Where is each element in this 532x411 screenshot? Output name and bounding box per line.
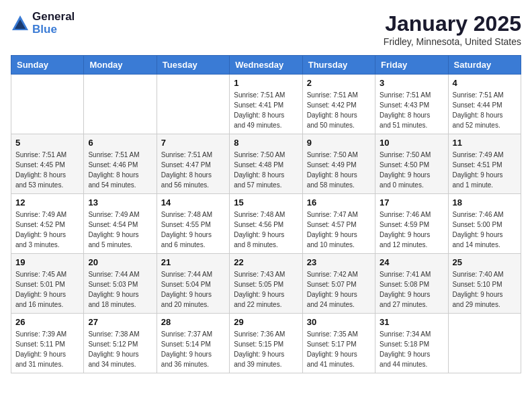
day-info-line: Daylight: 9 hours [453,231,503,238]
day-info-line: Sunrise: 7:43 AM [234,271,285,278]
day-info-line: Sunset: 5:05 PM [234,281,283,288]
table-row: 10Sunrise: 7:50 AMSunset: 4:50 PMDayligh… [375,134,448,194]
day-info-line: Daylight: 9 hours [307,351,357,358]
calendar-week-row: 26Sunrise: 7:39 AMSunset: 5:11 PMDayligh… [11,314,521,373]
day-number: 23 [307,257,371,267]
day-info-line: and 22 minutes. [234,301,281,308]
day-info-line: Sunrise: 7:49 AM [15,211,66,218]
table-row: 20Sunrise: 7:44 AMSunset: 5:03 PMDayligh… [84,254,157,314]
day-info-line: Sunrise: 7:50 AM [380,151,431,158]
day-info-line: Sunrise: 7:49 AM [453,151,504,158]
day-number: 27 [88,317,152,327]
day-info: Sunrise: 7:46 AMSunset: 5:00 PMDaylight:… [453,210,517,250]
month-title: January 2025 [384,11,521,36]
day-number: 17 [380,197,443,208]
day-info: Sunrise: 7:50 AMSunset: 4:48 PMDaylight:… [234,150,298,190]
day-info: Sunrise: 7:49 AMSunset: 4:51 PMDaylight:… [453,150,517,190]
day-info-line: Daylight: 8 hours [161,171,212,179]
table-row: 1Sunrise: 7:51 AMSunset: 4:41 PMDaylight… [230,75,302,134]
day-info-line: and 31 minutes. [15,361,63,368]
day-info: Sunrise: 7:47 AMSunset: 4:57 PMDaylight:… [307,210,371,250]
table-row: 15Sunrise: 7:48 AMSunset: 4:56 PMDayligh… [230,194,302,254]
table-row: 2Sunrise: 7:51 AMSunset: 4:42 PMDaylight… [302,75,375,134]
day-info: Sunrise: 7:50 AMSunset: 4:50 PMDaylight:… [380,150,443,190]
table-row [11,75,84,134]
day-info-line: Daylight: 9 hours [88,231,138,238]
day-info-line: Daylight: 9 hours [453,291,503,298]
day-info-line: Sunset: 5:04 PM [161,281,211,288]
calendar-week-row: 5Sunrise: 7:51 AMSunset: 4:45 PMDaylight… [11,134,521,194]
day-number: 25 [453,257,517,267]
day-info-line: Daylight: 8 hours [307,171,357,179]
day-info-line: Sunrise: 7:49 AM [88,211,139,218]
day-info-line: Sunrise: 7:37 AM [161,330,212,338]
location: Fridley, Minnesota, United States [384,36,521,47]
day-info-line: Daylight: 9 hours [15,231,66,238]
day-info-line: and 44 minutes. [380,361,427,368]
day-info: Sunrise: 7:51 AMSunset: 4:41 PMDaylight:… [234,90,298,130]
day-number: 3 [380,78,443,88]
day-info-line: Sunrise: 7:38 AM [88,330,139,338]
logo: General Blue [11,11,75,36]
day-info-line: Sunrise: 7:51 AM [161,151,212,158]
day-number: 13 [88,197,152,208]
day-info: Sunrise: 7:46 AMSunset: 4:59 PMDaylight:… [380,210,443,250]
day-info: Sunrise: 7:48 AMSunset: 4:55 PMDaylight:… [161,210,225,250]
table-row: 28Sunrise: 7:37 AMSunset: 5:14 PMDayligh… [157,314,229,373]
table-row: 4Sunrise: 7:51 AMSunset: 4:44 PMDaylight… [448,75,521,134]
day-info-line: Daylight: 9 hours [15,351,66,358]
day-info-line: Daylight: 8 hours [234,171,284,179]
day-info-line: Sunset: 4:59 PM [380,221,429,228]
day-info-line: Daylight: 8 hours [88,171,138,179]
day-number: 9 [307,138,371,148]
table-row: 23Sunrise: 7:42 AMSunset: 5:07 PMDayligh… [302,254,375,314]
day-info: Sunrise: 7:35 AMSunset: 5:17 PMDaylight:… [307,329,371,369]
day-info-line: Sunset: 4:46 PM [88,161,138,169]
table-row: 31Sunrise: 7:34 AMSunset: 5:18 PMDayligh… [375,314,448,373]
day-info-line: Sunset: 4:41 PM [234,101,283,109]
day-number: 16 [307,197,371,208]
day-number: 5 [15,138,79,148]
day-info-line: Sunrise: 7:51 AM [307,91,358,99]
day-info-line: Daylight: 9 hours [234,291,284,298]
day-info-line: and 18 minutes. [88,301,136,308]
title-block: January 2025 Fridley, Minnesota, United … [384,11,521,47]
table-row: 5Sunrise: 7:51 AMSunset: 4:45 PMDaylight… [11,134,84,194]
day-info-line: Sunset: 4:55 PM [161,221,211,228]
table-row: 3Sunrise: 7:51 AMSunset: 4:43 PMDaylight… [375,75,448,134]
day-info-line: Sunset: 4:47 PM [161,161,211,169]
day-info-line: and 6 minutes. [161,241,206,248]
day-info: Sunrise: 7:39 AMSunset: 5:11 PMDaylight:… [15,329,79,369]
day-info-line: Daylight: 9 hours [161,231,212,238]
day-info-line: Daylight: 9 hours [307,291,357,298]
day-number: 7 [161,138,225,148]
day-info-line: and 29 minutes. [453,301,500,308]
table-row: 6Sunrise: 7:51 AMSunset: 4:46 PMDaylight… [84,134,157,194]
day-info-line: and 1 minute. [453,181,494,189]
table-row: 21Sunrise: 7:44 AMSunset: 5:04 PMDayligh… [157,254,229,314]
day-info-line: and 16 minutes. [15,301,63,308]
day-number: 4 [453,78,517,88]
table-row: 9Sunrise: 7:50 AMSunset: 4:49 PMDaylight… [302,134,375,194]
table-row: 11Sunrise: 7:49 AMSunset: 4:51 PMDayligh… [448,134,521,194]
table-row: 18Sunrise: 7:46 AMSunset: 5:00 PMDayligh… [448,194,521,254]
logo-general: General [32,11,75,24]
day-info: Sunrise: 7:44 AMSunset: 5:04 PMDaylight:… [161,269,225,310]
day-info: Sunrise: 7:51 AMSunset: 4:43 PMDaylight:… [380,90,443,130]
day-info-line: Sunrise: 7:39 AM [15,330,66,338]
table-row: 26Sunrise: 7:39 AMSunset: 5:11 PMDayligh… [11,314,84,373]
day-info: Sunrise: 7:51 AMSunset: 4:45 PMDaylight:… [15,150,79,190]
day-info-line: and 14 minutes. [453,241,500,248]
day-info-line: Sunrise: 7:48 AM [161,211,212,218]
day-info-line: Sunset: 5:17 PM [307,340,357,348]
day-info-line: Sunset: 5:15 PM [234,340,283,348]
day-info: Sunrise: 7:51 AMSunset: 4:46 PMDaylight:… [88,150,152,190]
day-info-line: Sunset: 4:50 PM [380,161,429,169]
day-info-line: and 0 minutes. [380,181,424,189]
day-info-line: Sunrise: 7:46 AM [380,211,431,218]
col-monday: Monday [84,56,157,75]
day-info-line: and 53 minutes. [15,181,63,189]
day-info: Sunrise: 7:38 AMSunset: 5:12 PMDaylight:… [88,329,152,369]
table-row: 7Sunrise: 7:51 AMSunset: 4:47 PMDaylight… [157,134,229,194]
day-info-line: Daylight: 9 hours [380,171,430,179]
